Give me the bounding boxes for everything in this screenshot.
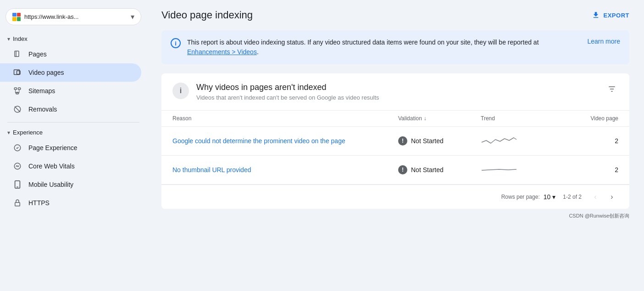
google-favicon xyxy=(12,13,21,21)
experience-section-header[interactable]: ▾ Experience xyxy=(0,126,147,139)
pagination-info: 1-2 of 2 xyxy=(563,194,582,200)
info-icon: i xyxy=(171,38,181,48)
sidebar-item-page-experience-label: Page Experience xyxy=(28,144,78,151)
info-text-main: This report is about video indexing stat… xyxy=(187,39,539,46)
table-footer: Rows per page: 10 ▾ 1-2 of 2 ‹ › xyxy=(161,185,629,209)
col-trend: Trend xyxy=(481,115,563,122)
https-icon xyxy=(13,198,22,207)
url-bar[interactable]: https://www.link-as... ▾ xyxy=(6,8,141,25)
sidebar-item-core-web-vitals-label: Core Web Vitals xyxy=(28,162,75,170)
trend-cell-1 xyxy=(481,134,563,148)
card-header: i Why videos in pages aren't indexed Vid… xyxy=(161,73,629,111)
col-validation-label: Validation xyxy=(398,115,422,122)
reason-text-1[interactable]: Google could not determine the prominent… xyxy=(172,137,398,145)
sidebar-item-pages[interactable]: Pages xyxy=(0,45,141,63)
validation-cell-1: ! Not Started xyxy=(398,136,481,146)
video-pages-icon xyxy=(13,68,22,77)
main-content: Video page indexing EXPORT i This report… xyxy=(147,0,644,291)
mobile-usability-icon xyxy=(13,180,22,189)
pagination-arrows: ‹ › xyxy=(589,190,618,203)
svg-rect-5 xyxy=(18,88,21,90)
url-text: https://www.link-as... xyxy=(24,13,127,20)
watermark: CSDN @Runwise创新咨询 xyxy=(161,209,629,219)
page-experience-icon xyxy=(13,143,22,152)
card-header-text: Why videos in pages aren't indexed Video… xyxy=(196,83,598,101)
export-label: EXPORT xyxy=(604,12,629,19)
sidebar-item-video-pages-label: Video pages xyxy=(28,69,64,76)
card-title: Why videos in pages aren't indexed xyxy=(196,83,598,92)
learn-more-link[interactable]: Learn more xyxy=(587,38,620,45)
rows-per-page-value: 10 xyxy=(544,193,551,201)
sort-down-icon: ↓ xyxy=(424,115,427,122)
prev-page-button[interactable]: ‹ xyxy=(589,190,602,203)
sidebar-item-sitemaps-label: Sitemaps xyxy=(28,87,55,95)
page-header: Video page indexing EXPORT xyxy=(161,9,629,21)
sidebar-item-sitemaps[interactable]: Sitemaps xyxy=(0,82,141,100)
reason-text-2[interactable]: No thumbnail URL provided xyxy=(172,166,398,173)
svg-rect-0 xyxy=(15,51,19,56)
trend-cell-2 xyxy=(481,163,563,177)
validation-cell-2: ! Not Started xyxy=(398,165,481,174)
sidebar-item-mobile-usability[interactable]: Mobile Usability xyxy=(0,175,141,194)
video-count-1: 2 xyxy=(563,137,618,145)
validation-error-icon-1: ! xyxy=(398,136,407,146)
sidebar-divider xyxy=(7,122,139,123)
core-web-vitals-icon xyxy=(13,162,22,171)
sidebar-item-https[interactable]: HTTPS xyxy=(0,194,141,212)
table-header: Reason Validation ↓ Trend Video page xyxy=(161,111,629,127)
validation-error-icon-2: ! xyxy=(398,165,407,174)
page-title: Video page indexing xyxy=(161,9,253,21)
dropdown-arrow-icon: ▾ xyxy=(131,12,134,21)
col-reason: Reason xyxy=(172,115,398,122)
sidebar-item-https-label: HTTPS xyxy=(28,199,50,207)
removals-icon xyxy=(13,105,22,114)
next-page-button[interactable]: › xyxy=(605,190,618,203)
rows-per-page: Rows per page: 10 ▾ xyxy=(501,193,556,201)
sidebar-item-removals[interactable]: Removals xyxy=(0,100,141,118)
pages-icon xyxy=(13,50,22,59)
svg-line-12 xyxy=(15,106,20,112)
collapse-arrow-icon: ▾ xyxy=(7,36,10,42)
svg-rect-17 xyxy=(15,202,20,206)
experience-section-label: Experience xyxy=(13,129,43,136)
card-subtitle: Videos that aren't indexed can't be serv… xyxy=(196,94,598,101)
info-text-end: . xyxy=(257,48,259,56)
info-banner-text: This report is about video indexing stat… xyxy=(187,38,581,57)
sidebar: https://www.link-as... ▾ ▾ Index Pages V… xyxy=(0,0,147,291)
sidebar-item-page-experience[interactable]: Page Experience xyxy=(0,139,141,157)
trend-chart-1 xyxy=(481,134,517,148)
validation-status-2: Not Started xyxy=(411,166,444,173)
export-button[interactable]: EXPORT xyxy=(592,11,629,19)
index-section-label: Index xyxy=(13,35,28,42)
col-video-page: Video page xyxy=(563,115,618,122)
index-section-header[interactable]: ▾ Index xyxy=(0,33,147,45)
filter-icon[interactable] xyxy=(605,83,618,98)
trend-chart-2 xyxy=(481,163,517,177)
validation-status-1: Not Started xyxy=(411,137,444,145)
sidebar-item-mobile-usability-label: Mobile Usability xyxy=(28,181,73,188)
svg-rect-4 xyxy=(14,88,17,90)
enhancements-link[interactable]: Enhancements > Videos xyxy=(187,48,257,56)
rows-per-page-dropdown-icon: ▾ xyxy=(552,193,555,201)
sidebar-item-pages-label: Pages xyxy=(28,50,47,58)
sitemaps-icon xyxy=(13,86,22,95)
col-validation[interactable]: Validation ↓ xyxy=(398,115,481,122)
export-icon xyxy=(592,11,600,19)
sidebar-item-video-pages[interactable]: Video pages xyxy=(0,63,141,82)
rows-per-page-select[interactable]: 10 ▾ xyxy=(544,193,556,201)
table-row: Google could not determine the prominent… xyxy=(161,127,629,156)
info-banner: i This report is about video indexing st… xyxy=(161,30,629,64)
indexing-card: i Why videos in pages aren't indexed Vid… xyxy=(161,73,629,209)
video-count-2: 2 xyxy=(563,166,618,173)
sidebar-item-core-web-vitals[interactable]: Core Web Vitals xyxy=(0,157,141,175)
sidebar-item-removals-label: Removals xyxy=(28,106,57,113)
table-row: No thumbnail URL provided ! Not Started … xyxy=(161,156,629,185)
experience-arrow-icon: ▾ xyxy=(7,129,10,136)
card-info-icon: i xyxy=(172,83,189,99)
rows-per-page-label: Rows per page: xyxy=(501,194,540,200)
